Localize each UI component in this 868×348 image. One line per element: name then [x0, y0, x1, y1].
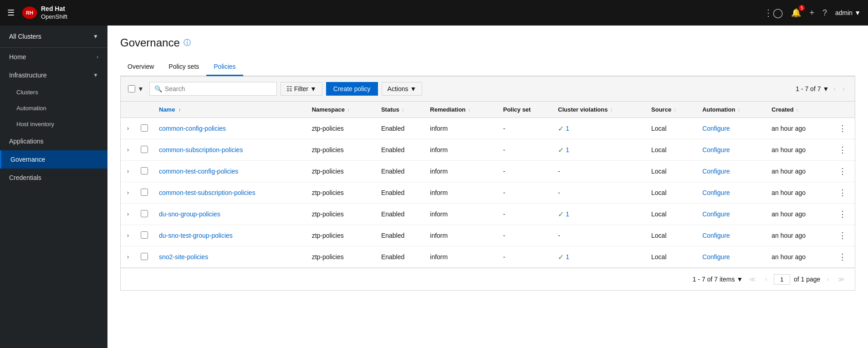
policy-violations: ✓1	[552, 118, 646, 139]
policy-name-link[interactable]: common-test-config-policies	[159, 168, 238, 175]
sidebar-item-governance[interactable]: Governance	[0, 150, 107, 169]
user-menu[interactable]: admin ▼	[835, 9, 861, 16]
policy-name-link[interactable]: du-sno-group-policies	[159, 210, 220, 218]
policy-name-link[interactable]: common-test-subscription-policies	[159, 189, 255, 196]
footer-last-page-button[interactable]: ≫	[835, 274, 848, 285]
footer-next-page-button[interactable]: ›	[824, 274, 832, 285]
sidebar-item-clusters[interactable]: Clusters	[0, 84, 107, 100]
row-expand-button[interactable]: ›	[126, 167, 130, 175]
row-checkbox[interactable]	[141, 210, 148, 217]
col-name[interactable]: Name ↑	[153, 102, 306, 118]
policy-source: Local	[646, 225, 697, 246]
policy-created: an hour ago	[766, 139, 830, 161]
col-source[interactable]: Source ↕	[646, 102, 697, 118]
sidebar-item-host-inventory-label: Host inventory	[16, 121, 54, 128]
col-automation[interactable]: Automation ↕	[697, 102, 766, 118]
help-icon[interactable]: ?	[822, 8, 827, 18]
select-all-checkbox[interactable]	[128, 85, 135, 92]
sidebar-item-applications[interactable]: Applications	[0, 132, 107, 150]
filter-icon: ☷	[286, 85, 292, 92]
select-all-dropdown-button[interactable]: ▼	[136, 84, 146, 93]
policy-created: an hour ago	[766, 182, 830, 204]
row-checkbox[interactable]	[141, 253, 148, 260]
row-expand-button[interactable]: ›	[126, 146, 130, 154]
row-checkbox[interactable]	[141, 189, 148, 196]
configure-link[interactable]: Configure	[702, 189, 730, 196]
policy-source: Local	[646, 246, 697, 268]
row-kebab-button[interactable]: ⋮	[836, 165, 849, 177]
policy-namespace: ztp-policies	[306, 225, 376, 246]
col-policy-set: Policy set	[498, 102, 553, 118]
policy-remediation: inform	[424, 182, 497, 204]
row-kebab-button[interactable]: ⋮	[836, 230, 849, 241]
configure-link[interactable]: Configure	[702, 125, 730, 132]
cluster-selector[interactable]: All Clusters ▼	[0, 26, 107, 48]
col-status[interactable]: Status ↕	[376, 102, 424, 118]
actions-chevron-icon: ▼	[410, 85, 416, 92]
page-number-input[interactable]	[774, 274, 790, 285]
row-kebab-button[interactable]: ⋮	[836, 251, 849, 263]
configure-link[interactable]: Configure	[702, 210, 730, 218]
sidebar-item-automation[interactable]: Automation	[0, 100, 107, 116]
row-checkbox[interactable]	[141, 124, 148, 132]
grid-icon[interactable]: ⋮◯	[764, 7, 783, 18]
policy-name-link[interactable]: common-subscription-policies	[159, 146, 243, 154]
policy-name-link[interactable]: du-sno-test-group-policies	[159, 232, 233, 239]
sidebar-item-home[interactable]: Home ›	[0, 48, 107, 66]
actions-button[interactable]: Actions ▼	[382, 82, 423, 96]
row-expand-button[interactable]: ›	[126, 189, 130, 197]
search-input[interactable]	[165, 85, 272, 92]
pagination-text[interactable]: 1 - 7 of 7 ▼	[796, 85, 829, 92]
page-title: Governance	[120, 36, 180, 49]
row-expand-button[interactable]: ›	[126, 210, 130, 218]
row-checkbox[interactable]	[141, 167, 148, 174]
source-sort-icon: ↕	[674, 107, 676, 113]
page-help-icon[interactable]: ⓘ	[184, 38, 191, 48]
row-kebab-button[interactable]: ⋮	[836, 144, 849, 156]
policy-remediation: inform	[424, 161, 497, 182]
tab-overview[interactable]: Overview	[120, 58, 161, 76]
violations-link[interactable]: 1	[566, 253, 569, 261]
row-checkbox[interactable]	[141, 231, 148, 239]
row-checkbox[interactable]	[141, 146, 148, 153]
notification-icon[interactable]: 🔔 5	[791, 8, 801, 18]
sidebar-item-credentials[interactable]: Credentials	[0, 169, 107, 187]
pager-prev-button[interactable]: ‹	[831, 84, 838, 94]
col-created[interactable]: Created ↕	[766, 102, 830, 118]
policy-set: -	[498, 139, 553, 161]
sidebar-item-host-inventory[interactable]: Host inventory	[0, 116, 107, 132]
policy-name-link[interactable]: sno2-site-policies	[159, 253, 208, 261]
policy-created: an hour ago	[766, 161, 830, 182]
col-cluster-violations[interactable]: Cluster violations ↕	[552, 102, 646, 118]
hamburger-menu[interactable]: ☰	[7, 8, 15, 18]
col-namespace[interactable]: Namespace ↕	[306, 102, 376, 118]
tab-policy-sets[interactable]: Policy sets	[161, 58, 206, 76]
footer-prev-page-button[interactable]: ‹	[762, 274, 770, 285]
row-kebab-button[interactable]: ⋮	[836, 123, 849, 134]
pager-next-button[interactable]: ›	[840, 84, 848, 94]
filter-button[interactable]: ☷ Filter ▼	[281, 82, 322, 96]
configure-link[interactable]: Configure	[702, 146, 730, 154]
configure-link[interactable]: Configure	[702, 168, 730, 175]
row-expand-button[interactable]: ›	[126, 253, 130, 261]
plus-icon[interactable]: +	[809, 8, 814, 18]
col-remediation[interactable]: Remediation ↕	[424, 102, 497, 118]
tab-policies[interactable]: Policies	[206, 58, 243, 76]
footer-first-page-button[interactable]: ≪	[746, 274, 759, 285]
policy-name-link[interactable]: common-config-policies	[159, 125, 226, 132]
footer-pagination-text[interactable]: 1 - 7 of 7 items ▼	[693, 276, 743, 283]
select-all-checkbox-wrap[interactable]: ▼	[128, 84, 146, 93]
violations-link[interactable]: 1	[566, 125, 569, 132]
search-input-wrap[interactable]: 🔍	[149, 82, 277, 96]
configure-link[interactable]: Configure	[702, 253, 730, 261]
row-kebab-button[interactable]: ⋮	[836, 208, 849, 220]
create-policy-button[interactable]: Create policy	[326, 82, 378, 96]
violations-link[interactable]: 1	[566, 210, 569, 218]
app-name: OpenShift	[41, 13, 67, 21]
row-expand-button[interactable]: ›	[126, 124, 130, 133]
configure-link[interactable]: Configure	[702, 232, 730, 239]
row-expand-button[interactable]: ›	[126, 231, 130, 240]
violations-link[interactable]: 1	[566, 146, 569, 154]
sidebar-item-infrastructure[interactable]: Infrastructure ▼	[0, 66, 107, 84]
row-kebab-button[interactable]: ⋮	[836, 187, 849, 199]
